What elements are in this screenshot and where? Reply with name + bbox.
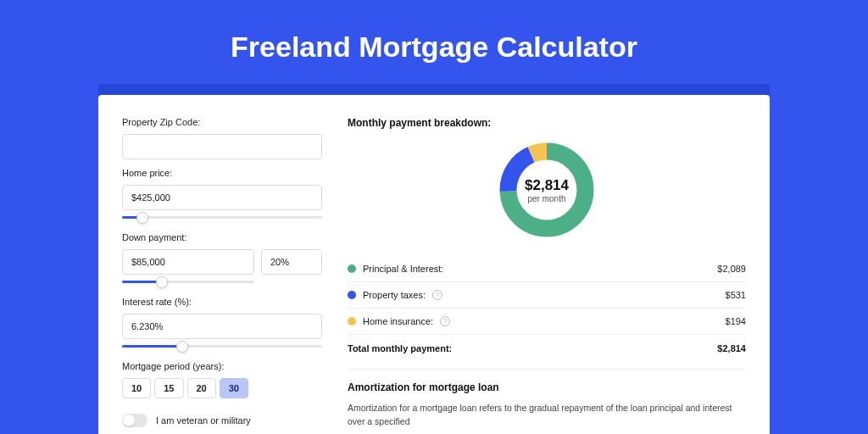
veteran-row: I am veteran or military [122, 414, 322, 427]
legend-taxes: Property taxes: ? $531 [348, 282, 746, 309]
legend-label: Home insurance: [363, 316, 433, 326]
rate-slider[interactable] [122, 345, 322, 348]
breakdown-panel: Monthly payment breakdown: $2,814 per mo… [348, 117, 746, 434]
breakdown-title: Monthly payment breakdown: [348, 117, 746, 129]
calculator-card: Property Zip Code: Home price: Down paym… [98, 95, 770, 434]
legend-value: $194 [726, 316, 746, 326]
donut-amount: $2,814 [525, 177, 569, 194]
period-label: Mortgage period (years): [122, 361, 322, 371]
down-slider[interactable] [122, 281, 254, 283]
zip-label: Property Zip Code: [122, 117, 322, 127]
dot-icon [348, 317, 356, 326]
down-slider-thumb[interactable] [156, 276, 168, 288]
donut-wrap: $2,814 per month [348, 139, 746, 241]
rate-slider-thumb[interactable] [176, 341, 188, 353]
price-label: Home price: [122, 168, 322, 178]
period-15[interactable]: 15 [154, 378, 183, 398]
rate-field: Interest rate (%): [122, 297, 322, 339]
period-10[interactable]: 10 [122, 378, 151, 398]
total-value: $2,814 [717, 343, 746, 353]
legend-principal: Principal & Interest: $2,089 [348, 256, 746, 282]
down-amount-input[interactable] [122, 249, 254, 275]
veteran-label: I am veteran or military [156, 415, 251, 426]
dot-icon [348, 264, 356, 273]
down-pct-input[interactable] [261, 249, 322, 275]
period-options: 10 15 20 30 [122, 378, 322, 398]
help-icon[interactable]: ? [440, 316, 450, 326]
page-title: Freeland Mortgage Calculator [0, 0, 868, 84]
period-20[interactable]: 20 [187, 378, 216, 398]
help-icon[interactable]: ? [432, 290, 442, 300]
legend-value: $2,089 [717, 264, 746, 274]
zip-field: Property Zip Code: [122, 117, 322, 159]
price-slider[interactable] [122, 216, 322, 219]
donut-sub: per month [527, 194, 565, 203]
legend-label: Principal & Interest: [363, 264, 443, 274]
period-30[interactable]: 30 [220, 378, 248, 398]
amort-text: Amortization for a mortgage loan refers … [348, 402, 746, 429]
donut-chart: $2,814 per month [496, 139, 598, 241]
down-field: Down payment: [122, 232, 322, 275]
card-shadow: Property Zip Code: Home price: Down paym… [98, 84, 770, 434]
veteran-toggle[interactable] [122, 414, 147, 427]
legend-total: Total monthly payment: $2,814 [348, 335, 746, 369]
price-field: Home price: [122, 168, 322, 210]
total-label: Total monthly payment: [348, 343, 452, 353]
dot-icon [348, 291, 356, 299]
zip-input[interactable] [122, 134, 322, 159]
down-label: Down payment: [122, 232, 322, 242]
price-input[interactable] [122, 185, 322, 210]
legend-insurance: Home insurance: ? $194 [348, 309, 746, 335]
legend-label: Property taxes: [363, 290, 426, 300]
price-slider-thumb[interactable] [136, 212, 148, 224]
legend-value: $531 [726, 290, 746, 300]
rate-label: Interest rate (%): [122, 297, 322, 307]
rate-input[interactable] [122, 314, 322, 339]
amort-title: Amortization for mortgage loan [348, 369, 746, 393]
inputs-panel: Property Zip Code: Home price: Down paym… [122, 117, 322, 434]
